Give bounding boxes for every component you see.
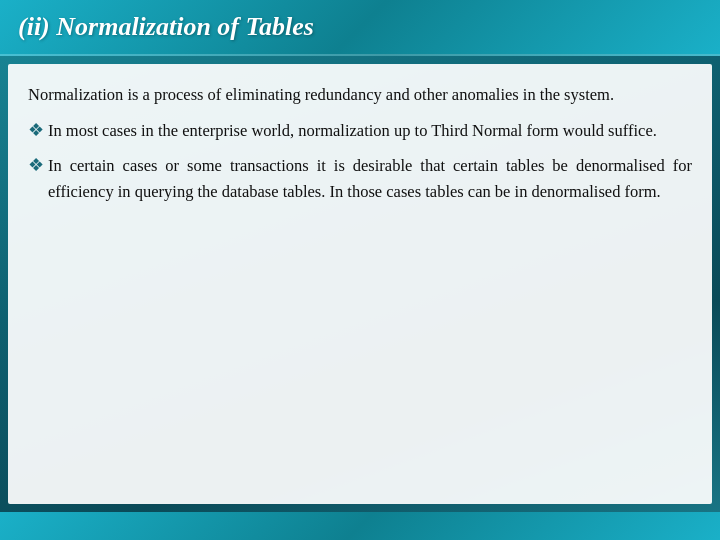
bullet-item-1: ❖ In most cases in the enterprise world,…: [28, 118, 692, 144]
slide-title: (ii) Normalization of Tables: [18, 12, 314, 41]
bullet-text-2: In certain cases or some transactions it…: [48, 153, 692, 204]
bullet-item-2: ❖ In certain cases or some transactions …: [28, 153, 692, 204]
slide-container: (ii) Normalization of Tables Normalizati…: [0, 0, 720, 540]
intro-paragraph: Normalization is a process of eliminatin…: [28, 82, 692, 108]
bullet-diamond-2: ❖: [28, 154, 44, 176]
content-area: Normalization is a process of eliminatin…: [8, 64, 712, 504]
bottom-decoration: [0, 512, 720, 540]
bullet-text-1: In most cases in the enterprise world, n…: [48, 118, 692, 144]
bullet-diamond-1: ❖: [28, 119, 44, 141]
title-bar: (ii) Normalization of Tables: [0, 0, 720, 56]
